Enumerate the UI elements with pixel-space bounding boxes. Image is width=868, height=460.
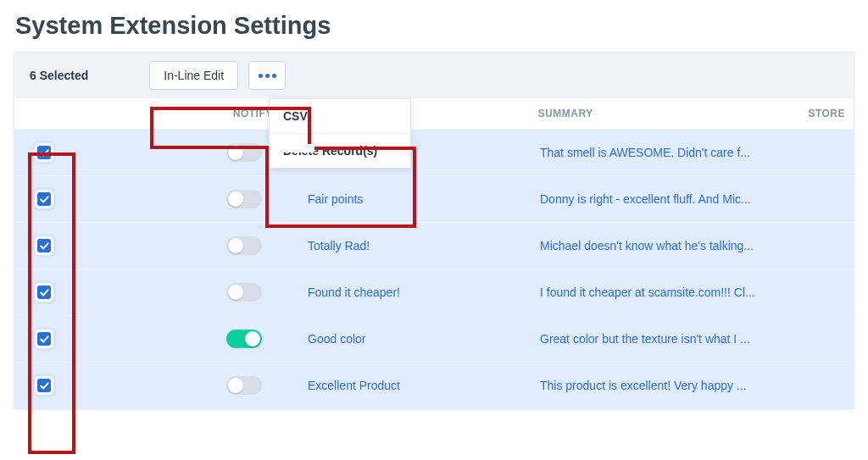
col-store: STORE: [808, 108, 854, 119]
settings-panel: 6 Selected In-Line Edit CSV Delete Recor…: [14, 52, 854, 409]
row-checkbox[interactable]: [35, 283, 53, 302]
row-checkbox[interactable]: [35, 376, 53, 395]
toolbar: 6 Selected In-Line Edit: [14, 53, 854, 98]
table-row: Excellent Product This product is excell…: [14, 362, 854, 408]
row-summary-link[interactable]: Michael doesn't know what he's talking..…: [540, 239, 754, 252]
row-title-link[interactable]: Totally Rad!: [308, 239, 370, 252]
row-checkbox[interactable]: [35, 236, 53, 255]
notify-toggle[interactable]: [226, 143, 262, 162]
table-header: NOTIFY SUMMARY STORE: [14, 98, 854, 129]
notify-toggle[interactable]: [226, 190, 262, 208]
row-summary-link[interactable]: I found it cheaper at scamsite.com!!! Cl…: [540, 285, 755, 299]
table-row: Totally Rad! Michael doesn't know what h…: [14, 222, 854, 269]
row-summary-link[interactable]: Great color but the texture isn't what I…: [540, 332, 750, 346]
row-title-link[interactable]: Excellent Product: [308, 379, 400, 392]
row-checkbox[interactable]: [35, 190, 53, 208]
inline-edit-button[interactable]: In-Line Edit: [149, 61, 238, 90]
notify-toggle[interactable]: [226, 376, 262, 395]
row-checkbox[interactable]: [35, 143, 53, 162]
row-title-link[interactable]: Good color: [308, 332, 365, 346]
row-summary-link[interactable]: That smell is AWESOME. Didn't care f...: [540, 146, 750, 159]
table-row: Fair points Donny is right - excellent f…: [14, 175, 854, 222]
row-title-link[interactable]: Found it cheaper!: [308, 285, 400, 299]
page-title: System Extension Settings: [15, 12, 854, 40]
row-summary-link[interactable]: This product is excellent! Very happy ..…: [540, 379, 747, 392]
menu-item-csv[interactable]: CSV: [270, 99, 410, 133]
selected-count: 6 Selected: [30, 69, 88, 82]
highlight-box: [269, 144, 314, 152]
row-title-link[interactable]: Fair points: [308, 192, 363, 206]
row-checkbox[interactable]: [35, 330, 53, 348]
col-notify: NOTIFY: [74, 108, 293, 119]
more-actions-button[interactable]: [248, 61, 286, 90]
col-summary: SUMMARY: [538, 108, 809, 119]
notify-toggle[interactable]: [226, 330, 262, 348]
ellipsis-icon: [259, 74, 276, 78]
table-row: That smell is AWESOME. Didn't care f...: [14, 129, 854, 175]
table-row: Good color Great color but the texture i…: [14, 315, 854, 362]
notify-toggle[interactable]: [226, 236, 262, 255]
notify-toggle[interactable]: [226, 283, 262, 302]
table-row: Found it cheaper! I found it cheaper at …: [14, 269, 854, 315]
records-table: NOTIFY SUMMARY STORE That smell is AWESO…: [14, 98, 854, 408]
row-summary-link[interactable]: Donny is right - excellent fluff. And Mi…: [540, 192, 751, 206]
more-actions-menu: CSV Delete Record(s): [269, 98, 411, 169]
